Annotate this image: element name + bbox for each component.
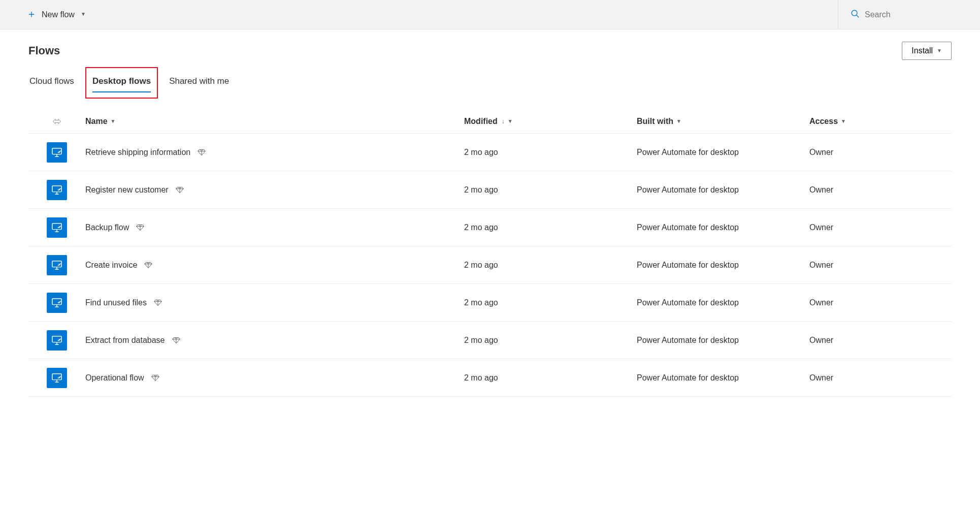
- flow-name[interactable]: Retrieve shipping information: [85, 148, 190, 157]
- column-flow-icon: [28, 118, 85, 125]
- desktop-flow-icon: [47, 330, 67, 351]
- chevron-down-icon: ▼: [111, 118, 116, 124]
- sort-descending-icon: ↓: [502, 118, 505, 125]
- page-title: Flows: [28, 44, 60, 57]
- chevron-down-icon: ▼: [841, 118, 846, 124]
- command-bar: ＋ New flow ▼: [0, 0, 980, 29]
- install-label: Install: [911, 46, 933, 55]
- desktop-flow-icon: [47, 180, 67, 200]
- flow-name[interactable]: Find unused files: [85, 298, 147, 307]
- table-row[interactable]: Operational flow2 mo agoPower Automate f…: [28, 359, 952, 397]
- chevron-down-icon: ▼: [937, 48, 942, 53]
- desktop-flow-icon: [47, 255, 67, 275]
- table-row[interactable]: Extract from database2 mo agoPower Autom…: [28, 322, 952, 359]
- plus-icon: ＋: [26, 7, 37, 21]
- new-flow-label: New flow: [42, 10, 75, 19]
- flow-modified: 2 mo ago: [464, 223, 637, 232]
- premium-diamond-icon: [172, 337, 180, 344]
- flow-built-with: Power Automate for desktop: [637, 148, 809, 157]
- table-row[interactable]: Register new customer2 mo agoPower Autom…: [28, 171, 952, 209]
- chevron-down-icon: ▼: [676, 118, 681, 124]
- flow-modified: 2 mo ago: [464, 336, 637, 345]
- search-input[interactable]: [865, 10, 946, 19]
- flow-name[interactable]: Create invoice: [85, 261, 137, 270]
- flow-built-with: Power Automate for desktop: [637, 261, 809, 270]
- flow-modified: 2 mo ago: [464, 298, 637, 307]
- premium-diamond-icon: [154, 299, 162, 306]
- flow-name[interactable]: Backup flow: [85, 223, 129, 232]
- desktop-flow-icon: [47, 142, 67, 163]
- flow-modified: 2 mo ago: [464, 148, 637, 157]
- chevron-down-icon: ▼: [81, 11, 86, 17]
- premium-diamond-icon: [198, 149, 206, 156]
- tab-shared-with-me[interactable]: Shared with me: [168, 73, 230, 92]
- table-row[interactable]: Retrieve shipping information2 mo agoPow…: [28, 134, 952, 171]
- chevron-down-icon: ▼: [508, 118, 513, 124]
- tabs-group: Cloud flowsDesktop flowsShared with me: [28, 73, 952, 92]
- new-flow-button[interactable]: ＋ New flow ▼: [26, 8, 86, 21]
- flow-built-with: Power Automate for desktop: [637, 373, 809, 383]
- table-row[interactable]: Find unused files2 mo agoPower Automate …: [28, 284, 952, 322]
- premium-diamond-icon: [144, 262, 152, 269]
- flow-built-with: Power Automate for desktop: [637, 185, 809, 195]
- premium-diamond-icon: [176, 186, 184, 194]
- flow-access: Owner: [809, 261, 952, 270]
- tab-cloud-flows[interactable]: Cloud flows: [28, 73, 75, 92]
- flow-access: Owner: [809, 373, 952, 383]
- table-row[interactable]: Create invoice2 mo agoPower Automate for…: [28, 246, 952, 284]
- flow-modified: 2 mo ago: [464, 185, 637, 195]
- desktop-flow-icon: [47, 368, 67, 388]
- column-header-modified-label: Modified: [464, 117, 498, 126]
- column-header-access-label: Access: [809, 117, 838, 126]
- desktop-flow-icon: [47, 217, 67, 238]
- flow-access: Owner: [809, 336, 952, 345]
- column-header-builtwith-label: Built with: [637, 117, 673, 126]
- flow-access: Owner: [809, 148, 952, 157]
- svg-line-1: [857, 15, 859, 17]
- flow-modified: 2 mo ago: [464, 261, 637, 270]
- desktop-flow-icon: [47, 293, 67, 313]
- flow-access: Owner: [809, 298, 952, 307]
- column-header-access[interactable]: Access ▼: [809, 117, 952, 126]
- flow-built-with: Power Automate for desktop: [637, 336, 809, 345]
- flow-name[interactable]: Register new customer: [85, 185, 169, 195]
- search-box[interactable]: [851, 9, 946, 20]
- premium-diamond-icon: [136, 224, 144, 231]
- flow-modified: 2 mo ago: [464, 373, 637, 383]
- flow-name[interactable]: Extract from database: [85, 336, 165, 345]
- flow-name[interactable]: Operational flow: [85, 373, 144, 383]
- flows-grid: Name ▼ Modified ↓ ▼ Built with ▼ Access …: [28, 117, 952, 397]
- table-row[interactable]: Backup flow2 mo agoPower Automate for de…: [28, 209, 952, 246]
- column-header-name[interactable]: Name ▼: [85, 117, 464, 126]
- column-header-modified[interactable]: Modified ↓ ▼: [464, 117, 637, 126]
- flow-built-with: Power Automate for desktop: [637, 223, 809, 232]
- flow-access: Owner: [809, 185, 952, 195]
- grid-header: Name ▼ Modified ↓ ▼ Built with ▼ Access …: [28, 117, 952, 134]
- search-icon: [851, 9, 860, 20]
- flow-access: Owner: [809, 223, 952, 232]
- install-button[interactable]: Install ▼: [902, 42, 952, 60]
- flow-built-with: Power Automate for desktop: [637, 298, 809, 307]
- column-header-builtwith[interactable]: Built with ▼: [637, 117, 809, 126]
- column-header-name-label: Name: [85, 117, 108, 126]
- svg-point-0: [852, 10, 857, 16]
- premium-diamond-icon: [151, 374, 159, 382]
- tab-desktop-flows[interactable]: Desktop flows: [91, 73, 152, 92]
